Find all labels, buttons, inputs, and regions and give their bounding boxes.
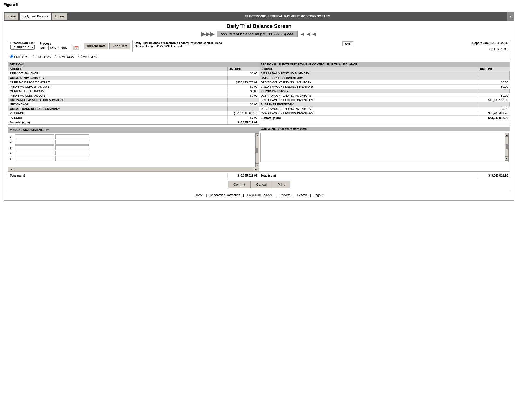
section-2-col-amount: AMOUNT: [478, 67, 510, 71]
current-date-button[interactable]: Current Date: [84, 43, 109, 49]
footer-link-home[interactable]: Home: [195, 193, 203, 197]
horiz-scroll-left[interactable]: ◄: [9, 168, 14, 171]
section-1-row-0-amount: $0.00: [228, 71, 259, 76]
horizontal-scrollbar[interactable]: ◄ ►: [8, 167, 259, 171]
adj-input-desc-2[interactable]: [15, 140, 54, 145]
section-2-row-7: SUSPENSE INVENTORY: [259, 102, 510, 107]
footer-link-search[interactable]: Search: [297, 193, 307, 197]
section-1-row-2: CURR MO DEPOSIT AMOUNT$556,643,878.02: [8, 80, 259, 85]
section-1-row-4: CURR MO DEBIT AMOUNT$0.00: [8, 89, 259, 93]
radio-nmf4445-label: NMF 4445: [59, 55, 74, 59]
cancel-button[interactable]: Cancel: [251, 181, 272, 188]
adj-row-5-num: 5.: [10, 157, 14, 160]
total-sections: Total (sum) $46,355,012.92 Total (sum) $…: [8, 173, 510, 178]
action-buttons: Commit Cancel Print: [8, 181, 510, 188]
section-2-row-8-label: DEBIT AMOUNT ENDING INVENTORY: [259, 107, 479, 111]
adj-input-amt-5[interactable]: [55, 156, 89, 161]
adj-row-4: 4.: [10, 151, 257, 155]
report-info: Daily Trial Balance of Electronic Federa…: [133, 40, 510, 52]
nav-daily-trial-balance-button[interactable]: Daily Trial Balance: [20, 13, 51, 20]
prior-date-button[interactable]: Prior Date: [109, 43, 130, 49]
comments-scrollbar-down[interactable]: ▼: [505, 156, 508, 160]
section-2-row-1-label: BATCH CONTROL INVENTORY: [259, 76, 479, 80]
section-1-row-3-amount: $0.00: [228, 85, 259, 89]
comments-scrollbar[interactable]: ▲ ▼: [505, 133, 509, 161]
comments-header: COMMENTS (720 characters max): [259, 127, 510, 131]
adj-row-1-num: 1.: [10, 135, 14, 138]
total-right: Total (sum) $43,043,012.96: [259, 173, 510, 178]
arrow-right-icon: ▶▶▶: [201, 31, 214, 37]
footer-link-daily-trial[interactable]: Daily Trial Balance: [247, 193, 273, 197]
total-left-inner: Total (sum) $46,355,012.92: [8, 173, 259, 178]
section-1-row-2-label: CURR MO DEPOSIT AMOUNT: [8, 80, 228, 84]
section-1-col-source: SOURCE: [8, 67, 228, 71]
section-1-row-9-amount: ($510,288,865.10): [228, 111, 259, 115]
adj-input-desc-1[interactable]: [15, 134, 54, 139]
report-date: Report Date: 12-SEP-2016: [472, 41, 508, 45]
nav-scroll-button[interactable]: ▼: [507, 12, 514, 21]
report-cycle: Cycle: 201637: [135, 48, 508, 51]
section-1-row-7-amount: $0.00: [228, 102, 259, 106]
section-1-row-2-amount: $556,643,878.02: [228, 80, 259, 84]
process-date-select[interactable]: 12-SEP-2016: [10, 45, 35, 50]
section-1-row-4-label: CURR MO DEBIT AMOUNT: [8, 89, 228, 93]
scrollbar-thumb[interactable]: [256, 148, 258, 153]
section-1-row-4-amount: $0.00: [228, 89, 259, 93]
page-title: Daily Trial Balance Screen: [8, 23, 510, 29]
manual-adj-scrollbar[interactable]: ▲ ▼: [255, 133, 259, 167]
horiz-scroll-right[interactable]: ►: [254, 168, 258, 171]
total-right-label: Total (sum): [259, 173, 479, 178]
adj-input-desc-4[interactable]: [15, 151, 54, 155]
section-1-row-10: PJ DEBIT$0.00: [8, 116, 259, 120]
commit-button[interactable]: Commit: [228, 181, 251, 188]
manual-adj-title: MANUAL ADJUSTMENTS: [10, 128, 45, 131]
section-2-row-7-amount: [478, 102, 510, 106]
section-1-rows: PREV DAY BALANCE$0.00CMS30 DT/DV SUMMARY…: [8, 71, 259, 120]
section-2-row-1: BATCH CONTROL INVENTORY: [259, 76, 510, 80]
comments-scrollbar-thumb[interactable]: [506, 144, 508, 149]
section-2-row-1-amount: [478, 76, 510, 80]
adj-input-amt-2[interactable]: [55, 140, 89, 145]
adj-input-desc-5[interactable]: [15, 156, 54, 161]
footer-link-research[interactable]: Research / Correction: [210, 193, 240, 197]
section-1-row-1-amount: [228, 76, 259, 80]
adj-input-amt-1[interactable]: [55, 134, 89, 139]
manual-adj-scroll-area[interactable]: 1. 2. 3.: [8, 133, 259, 167]
section-2-row-8-amount: $0.00: [478, 107, 510, 111]
adj-input-amt-4[interactable]: [55, 151, 89, 155]
scrollbar-down-arrow[interactable]: ▼: [256, 163, 259, 167]
radio-bmf4125[interactable]: BMF 4125: [10, 55, 29, 59]
section-2-row-9-label: CREDIT AMOUNT ENDING INVENTORY: [259, 111, 479, 115]
print-button[interactable]: Print: [272, 181, 290, 188]
section-2-col-source: SOURCE: [259, 67, 479, 71]
section-2-row-6-amount: $11,135,553.00: [478, 98, 510, 102]
top-controls: Process Date List: 12-SEP-2016 Process D…: [8, 40, 510, 52]
comments-scrollbar-up[interactable]: ▲: [505, 133, 508, 137]
comments-textarea[interactable]: [260, 133, 509, 162]
adj-row-4-num: 4.: [10, 152, 14, 155]
radio-imf4225-input[interactable]: [33, 55, 36, 58]
manual-adj-section: MANUAL ADJUSTMENTS ⬅ 1. 2.: [8, 127, 259, 171]
nav-home-button[interactable]: Home: [4, 13, 18, 20]
radio-nmf4445[interactable]: NMF 4445: [55, 55, 75, 59]
nav-bar: Home Daily Trial Balance Logout ELECTRON…: [4, 12, 514, 21]
footer-sep-3: |: [276, 193, 277, 197]
scrollbar-up-arrow[interactable]: ▲: [256, 133, 259, 137]
nav-logout-button[interactable]: Logout: [52, 13, 67, 20]
calendar-button[interactable]: 📅: [73, 46, 79, 50]
footer-link-reports[interactable]: Reports: [280, 193, 291, 197]
horiz-scroll-track[interactable]: [14, 168, 253, 171]
date-buttons: Current Date Prior Date: [82, 40, 133, 52]
radio-misc4765-input[interactable]: [78, 55, 82, 58]
radio-bmf4125-input[interactable]: [10, 55, 13, 58]
process-date-input[interactable]: [48, 46, 72, 50]
footer-link-logout[interactable]: Logout: [314, 193, 323, 197]
section-1-row-9: PJ CREDIT($510,288,865.10): [8, 111, 259, 116]
radio-misc4765[interactable]: MISC 4765: [78, 55, 98, 59]
radio-nmf4445-input[interactable]: [55, 55, 58, 58]
adj-input-desc-3[interactable]: [15, 145, 54, 150]
section-2-row-5: DEBIT AMOUNT ENDING INVENTORY$0.00: [259, 93, 510, 98]
adj-input-amt-3[interactable]: [55, 145, 89, 150]
section-1-subtotal-label: Subtotal (sum): [8, 120, 228, 124]
radio-imf4225[interactable]: IMF 4225: [33, 55, 51, 59]
